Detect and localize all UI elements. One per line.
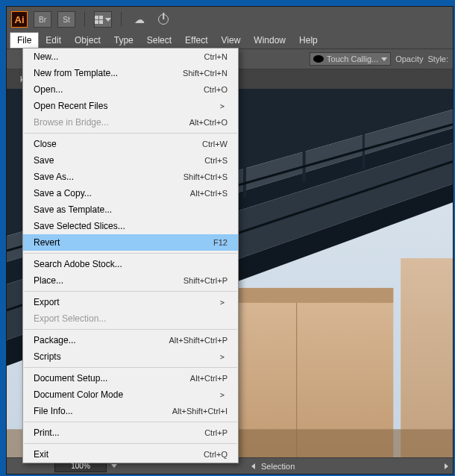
menu-item-shortcut: Shift+Ctrl+S: [183, 172, 228, 181]
separator: [84, 12, 85, 27]
menu-item-label: Place...: [34, 275, 183, 286]
menu-item-shortcut: Ctrl+O: [204, 85, 228, 94]
menu-item-open[interactable]: Open...Ctrl+O: [23, 81, 238, 98]
opacity-label[interactable]: Opacity: [395, 54, 423, 63]
menu-separator: [24, 367, 237, 368]
menu-item-label: Document Setup...: [34, 373, 190, 383]
grid-icon: [95, 16, 103, 24]
menu-type[interactable]: Type: [107, 32, 140, 48]
menu-item-label: New from Template...: [34, 68, 183, 78]
menu-item-file-info[interactable]: File Info...Alt+Shift+Ctrl+I: [23, 403, 238, 419]
menu-item-document-color-mode[interactable]: Document Color Mode>: [23, 386, 238, 403]
bridge-button[interactable]: Br: [34, 11, 51, 28]
menu-edit[interactable]: Edit: [39, 32, 68, 48]
menu-effect[interactable]: Effect: [178, 32, 214, 48]
menu-item-open-recent-files[interactable]: Open Recent Files>: [23, 98, 238, 114]
cloud-button[interactable]: ☁: [131, 11, 148, 28]
gpu-button[interactable]: [154, 11, 172, 28]
menu-item-label: Scripts: [34, 351, 220, 362]
menu-item-label: Package...: [34, 335, 169, 345]
menu-select[interactable]: Select: [140, 32, 178, 48]
menu-item-shortcut: Alt+Ctrl+O: [189, 118, 228, 127]
menu-separator: [24, 253, 237, 254]
brush-preset-dropdown[interactable]: Touch Callig...: [310, 52, 391, 66]
menu-item-shortcut: F12: [213, 238, 228, 247]
menu-item-label: Save as Template...: [34, 204, 228, 215]
menu-item-label: File Info...: [34, 406, 172, 416]
menu-item-scripts[interactable]: Scripts>: [23, 348, 238, 365]
chevron-right-icon: >: [220, 298, 228, 307]
menu-item-shortcut: Alt+Shift+Ctrl+I: [172, 407, 228, 416]
menu-item-label: Revert: [34, 237, 213, 248]
arrow-right-icon[interactable]: [445, 463, 448, 469]
menu-item-label: Open Recent Files: [34, 101, 220, 111]
menu-item-save-as[interactable]: Save As...Shift+Ctrl+S: [23, 169, 238, 185]
menu-item-place[interactable]: Place...Shift+Ctrl+P: [23, 272, 238, 289]
menu-item-browse-in-bridge: Browse in Bridge...Alt+Ctrl+O: [23, 114, 238, 131]
menu-item-document-setup[interactable]: Document Setup...Alt+Ctrl+P: [23, 370, 238, 386]
menu-item-label: Export: [34, 297, 220, 307]
stock-button[interactable]: St: [57, 11, 75, 28]
menu-item-label: Browse in Bridge...: [34, 117, 189, 128]
menu-help[interactable]: Help: [292, 32, 324, 48]
menu-item-shortcut: Alt+Ctrl+S: [190, 189, 228, 198]
menu-item-exit[interactable]: ExitCtrl+Q: [23, 446, 238, 463]
arrange-documents-button[interactable]: [94, 11, 112, 28]
chevron-right-icon: >: [220, 102, 228, 110]
menu-item-label: Print...: [34, 428, 204, 438]
menu-item-shortcut: Alt+Ctrl+P: [190, 374, 228, 383]
menu-item-label: Save As...: [34, 172, 183, 182]
menu-item-print[interactable]: Print...Ctrl+P: [23, 425, 238, 441]
menu-object[interactable]: Object: [68, 32, 107, 48]
menu-item-package[interactable]: Package...Alt+Shift+Ctrl+P: [23, 332, 238, 348]
menu-view[interactable]: View: [215, 32, 248, 48]
menu-item-export[interactable]: Export>: [23, 294, 238, 310]
chevron-down-icon: [105, 18, 111, 22]
arrow-left-icon[interactable]: [251, 463, 255, 469]
menu-item-save-selected-slices[interactable]: Save Selected Slices...: [23, 218, 238, 234]
menu-window[interactable]: Window: [247, 32, 292, 48]
menu-item-save-as-template[interactable]: Save as Template...: [23, 201, 238, 218]
file-menu-dropdown: New...Ctrl+NNew from Template...Shift+Ct…: [22, 48, 239, 463]
menu-item-label: New...: [34, 51, 204, 62]
separator: [121, 12, 122, 27]
menu-item-shortcut: Ctrl+W: [202, 140, 228, 148]
menu-separator: [24, 443, 237, 444]
menu-item-save-a-copy[interactable]: Save a Copy...Alt+Ctrl+S: [23, 185, 238, 201]
chevron-down-icon: [381, 57, 387, 61]
power-icon: [158, 14, 169, 25]
menu-item-label: Search Adobe Stock...: [34, 259, 228, 269]
cloud-icon: ☁: [134, 13, 145, 25]
status-tool: Selection: [261, 462, 295, 471]
menu-item-label: Save Selected Slices...: [34, 221, 228, 231]
menu-item-new[interactable]: New...Ctrl+N: [23, 48, 238, 65]
menu-item-label: Save a Copy...: [34, 188, 190, 198]
menu-separator: [24, 329, 237, 330]
menu-item-label: Document Color Mode: [34, 389, 220, 400]
brush-preview-icon: [313, 55, 324, 63]
chevron-right-icon: >: [220, 391, 228, 399]
menu-item-label: Close: [34, 139, 202, 149]
menu-file[interactable]: File: [10, 32, 39, 48]
menu-item-shortcut: Ctrl+N: [204, 52, 228, 61]
menu-item-shortcut: Alt+Shift+Ctrl+P: [169, 336, 228, 345]
menu-item-export-selection: Export Selection...: [23, 310, 238, 327]
menu-item-label: Open...: [34, 84, 204, 95]
menu-item-save[interactable]: SaveCtrl+S: [23, 152, 238, 169]
style-label[interactable]: Style:: [427, 54, 448, 63]
menu-item-shortcut: Shift+Ctrl+P: [183, 276, 228, 285]
menu-item-label: Save: [34, 155, 204, 166]
menu-item-label: Export Selection...: [34, 313, 228, 324]
svg-rect-18: [401, 258, 453, 457]
menu-item-new-from-template[interactable]: New from Template...Shift+Ctrl+N: [23, 65, 238, 81]
menu-item-label: Exit: [34, 449, 204, 460]
chevron-down-icon[interactable]: [111, 464, 117, 468]
menu-item-shortcut: Ctrl+P: [204, 428, 228, 437]
menubar: File Edit Object Type Select Effect View…: [7, 32, 453, 48]
menu-separator: [24, 133, 237, 134]
menu-item-close[interactable]: CloseCtrl+W: [23, 136, 238, 152]
app-logo: Ai: [11, 11, 28, 28]
menu-item-search-adobe-stock[interactable]: Search Adobe Stock...: [23, 256, 238, 272]
titlebar: Ai Br St ☁: [7, 7, 453, 32]
menu-item-revert[interactable]: RevertF12: [23, 234, 238, 251]
